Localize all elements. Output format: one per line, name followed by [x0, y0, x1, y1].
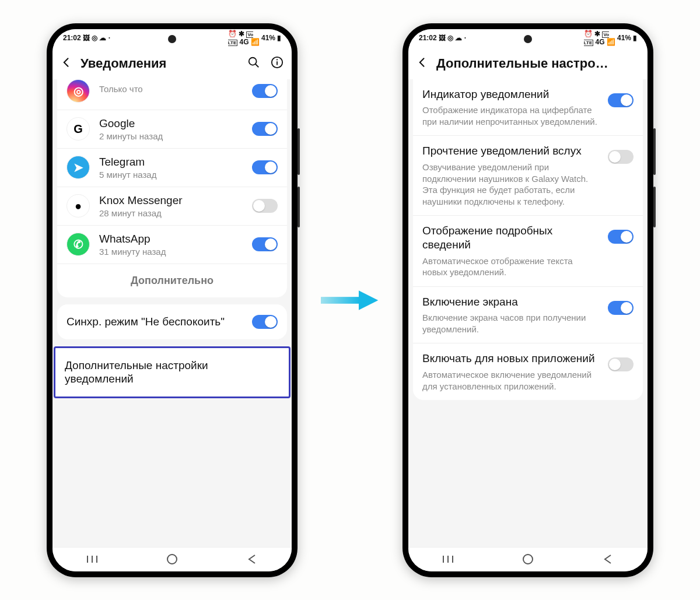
app-sub-label: 28 минут назад	[99, 208, 243, 218]
app-row-wa[interactable]: ✆WhatsApp31 минуту назад	[57, 225, 287, 264]
status-time: 21:02	[419, 34, 437, 42]
advanced-settings-row[interactable]: Дополнительные настройки уведомлений	[55, 348, 289, 397]
content-area: ◎Только чтоGGoogle2 минуты назад➤Telegra…	[52, 79, 292, 547]
ig-icon: ◎	[66, 79, 90, 103]
sync-dnd-label: Синхр. режим "Не беспокоить"	[66, 315, 244, 329]
header: Уведомления	[52, 47, 292, 79]
back-button[interactable]	[416, 57, 428, 71]
nav-home[interactable]	[521, 552, 535, 566]
svg-point-8	[167, 555, 177, 564]
advanced-desc-label: Включение экрана часов при получении уве…	[422, 312, 600, 335]
screen-right: 21:02 🖼 ◎ ☁ · ⏰ ✱ VoLTE 4G 📶 41% ▮ Допол…	[408, 29, 648, 571]
advanced-settings-card: Дополнительные настройки уведомлений	[55, 348, 289, 397]
screen-left: 21:02 🖼 ◎ ☁ · ⏰ ✱ VoLTE 4G 📶 41% ▮ Уведо…	[52, 29, 292, 571]
phone-right: 21:02 🖼 ◎ ☁ · ⏰ ✱ VoLTE 4G 📶 41% ▮ Допол…	[402, 23, 653, 577]
app-toggle[interactable]	[252, 237, 278, 251]
app-name-label: WhatsApp	[99, 233, 243, 245]
nav-bar	[52, 547, 292, 571]
advanced-list-card: Индикатор уведомленийОтображение индикат…	[413, 79, 643, 401]
advanced-text: Включать для новых приложенийАвтоматичес…	[422, 352, 600, 392]
power-button	[653, 187, 656, 227]
advanced-row-4[interactable]: Включать для новых приложенийАвтоматичес…	[413, 343, 643, 400]
status-icons-left: 🖼 ◎ ☁ ·	[83, 34, 110, 42]
battery-icon: ▮	[633, 34, 637, 42]
power-button	[298, 187, 300, 227]
app-text: Telegram5 минут назад	[99, 156, 243, 180]
app-row-google[interactable]: GGoogle2 минуты назад	[57, 110, 287, 148]
app-row-tg[interactable]: ➤Telegram5 минут назад	[57, 148, 287, 187]
page-title: Уведомления	[80, 56, 239, 71]
advanced-title-label: Включение экрана	[422, 295, 600, 309]
app-text: WhatsApp31 минуту назад	[99, 233, 243, 257]
status-battery: 41%	[617, 34, 631, 42]
status-bar: 21:02 🖼 ◎ ☁ · ⏰ ✱ VoLTE 4G 📶 41% ▮	[408, 29, 648, 47]
volume-button	[298, 128, 300, 175]
advanced-text: Индикатор уведомленийОтображение индикат…	[422, 87, 600, 128]
svg-rect-9	[321, 297, 360, 304]
app-toggle[interactable]	[252, 122, 278, 136]
svg-point-14	[523, 555, 533, 564]
sync-dnd-toggle[interactable]	[252, 315, 278, 329]
advanced-toggle[interactable]	[608, 150, 634, 164]
info-icon[interactable]	[271, 56, 284, 71]
status-icons-right: ⏰ ✱ VoLTE 4G 📶	[584, 30, 615, 46]
status-icons-left: 🖼 ◎ ☁ ·	[439, 34, 466, 42]
app-sub-label: Только что	[99, 84, 243, 94]
advanced-settings-label: Дополнительные настройки уведомлений	[65, 359, 279, 387]
volume-button	[653, 128, 656, 175]
advanced-desc-label: Автоматическое включение уведомлений для…	[422, 369, 600, 392]
app-toggle[interactable]	[252, 84, 278, 98]
app-row-knox[interactable]: ●Knox Messenger28 минут назад	[57, 187, 287, 225]
advanced-toggle[interactable]	[608, 357, 634, 371]
advanced-title-label: Отображение подробных сведений	[422, 224, 600, 252]
svg-marker-10	[359, 290, 378, 310]
advanced-toggle[interactable]	[608, 93, 634, 107]
app-toggle[interactable]	[252, 199, 278, 213]
advanced-row-2[interactable]: Отображение подробных сведенийАвтоматиче…	[413, 215, 643, 286]
status-battery: 41%	[261, 34, 275, 42]
nav-recent[interactable]	[85, 552, 99, 566]
advanced-toggle[interactable]	[608, 230, 634, 244]
advanced-title-label: Индикатор уведомлений	[422, 87, 600, 101]
nav-home[interactable]	[165, 552, 179, 566]
app-list-card: ◎Только чтоGGoogle2 минуты назад➤Telegra…	[57, 79, 287, 297]
battery-icon: ▮	[277, 34, 281, 42]
sync-dnd-row[interactable]: Синхр. режим "Не беспокоить"	[57, 304, 287, 339]
phone-left: 21:02 🖼 ◎ ☁ · ⏰ ✱ VoLTE 4G 📶 41% ▮ Уведо…	[47, 23, 298, 577]
advanced-desc-label: Озвучивание уведомлений при подключении …	[422, 162, 600, 207]
app-sub-label: 31 минуту назад	[99, 247, 243, 257]
app-toggle[interactable]	[252, 160, 278, 174]
more-button[interactable]: Дополнительно	[57, 264, 287, 297]
status-bar: 21:02 🖼 ◎ ☁ · ⏰ ✱ VoLTE 4G 📶 41% ▮	[52, 29, 292, 47]
nav-back[interactable]	[245, 552, 259, 566]
app-name-label: Google	[99, 117, 243, 130]
advanced-toggle[interactable]	[608, 301, 634, 315]
app-sub-label: 5 минут назад	[99, 170, 243, 180]
advanced-row-0[interactable]: Индикатор уведомленийОтображение индикат…	[413, 79, 643, 136]
header: Дополнительные настро…	[408, 47, 648, 79]
flow-arrow	[321, 286, 379, 315]
nav-recent[interactable]	[441, 552, 455, 566]
tg-icon: ➤	[66, 156, 90, 179]
content-area: Индикатор уведомленийОтображение индикат…	[408, 79, 648, 547]
advanced-title-label: Включать для новых приложений	[422, 352, 600, 366]
advanced-desc-label: Отображение индикатора на циферблате при…	[422, 104, 600, 127]
nav-back[interactable]	[601, 552, 615, 566]
svg-point-0	[249, 57, 257, 65]
svg-point-4	[276, 59, 278, 60]
sync-card: Синхр. режим "Не беспокоить"	[57, 304, 287, 339]
advanced-row-3[interactable]: Включение экранаВключение экрана часов п…	[413, 286, 643, 343]
wa-icon: ✆	[66, 233, 90, 256]
search-icon[interactable]	[247, 56, 260, 71]
svg-line-1	[256, 64, 259, 67]
knox-icon: ●	[66, 194, 90, 217]
advanced-settings-highlight: Дополнительные настройки уведомлений	[54, 346, 290, 399]
app-row-ig[interactable]: ◎Только что	[57, 79, 287, 110]
app-text: Google2 минуты назад	[99, 117, 243, 141]
advanced-text: Прочтение уведомлений вслухОзвучивание у…	[422, 144, 600, 207]
advanced-row-1[interactable]: Прочтение уведомлений вслухОзвучивание у…	[413, 135, 643, 215]
back-button[interactable]	[61, 57, 72, 71]
status-icons-right: ⏰ ✱ VoLTE 4G 📶	[228, 30, 260, 46]
page-title: Дополнительные настро…	[436, 56, 639, 71]
app-sub-label: 2 минуты назад	[99, 131, 243, 141]
